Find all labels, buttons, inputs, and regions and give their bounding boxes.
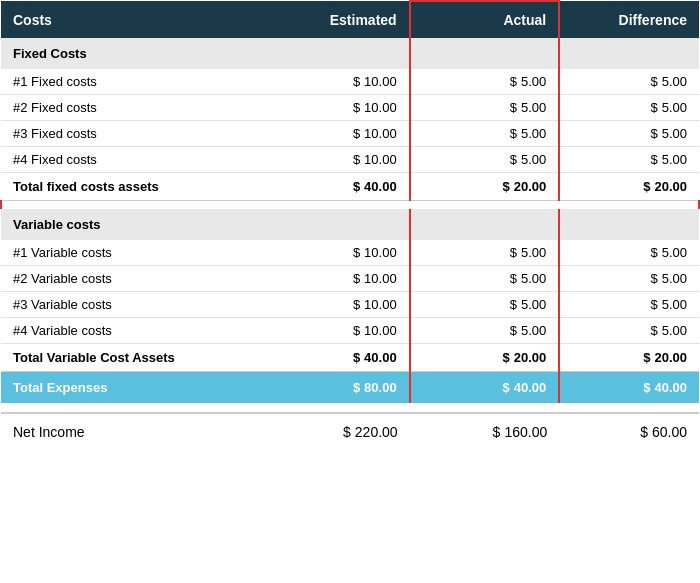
fixed-costs-total-est-val: 40.00 [364,179,397,194]
variable-cost-1-actual: $5.00 [410,240,560,266]
var-total-diff-val: 20.00 [654,350,687,365]
total-exp-est-sign: $ [353,380,364,395]
fixed-costs-diff-blank [559,38,699,69]
net-income-actual: $160.00 [410,413,560,450]
variable-costs-total-actual: $20.00 [410,343,560,371]
variable-cost-row-4: #4 Variable costs $10.00 $5.00 $5.00 [1,317,699,343]
fixed-cost-1-est-sign: $ [353,74,364,89]
var-cost-1-diff-val: 5.00 [662,245,687,260]
net-income-row: Net Income $220.00 $160.00 $60.00 [1,413,699,450]
fixed-costs-total-estimated: $40.00 [280,173,410,201]
var-cost-3-act-sign: $ [510,297,521,312]
fixed-costs-total-act-val: 20.00 [514,179,547,194]
fixed-cost-4-est-val: 10.00 [364,152,397,167]
variable-costs-label: Variable costs [1,209,280,240]
fixed-cost-3-label: #3 Fixed costs [1,121,280,147]
header-difference: Difference [559,1,699,38]
variable-costs-section-header: Variable costs [1,209,699,240]
var-cost-1-est-val: 10.00 [364,245,397,260]
var-cost-3-diff-val: 5.00 [662,297,687,312]
fixed-cost-1-diff: $5.00 [559,69,699,95]
var-cost-3-act-val: 5.00 [521,297,546,312]
fixed-cost-4-estimated: $10.00 [280,147,410,173]
variable-costs-total-label: Total Variable Cost Assets [1,343,280,371]
variable-cost-2-estimated: $10.00 [280,265,410,291]
fixed-cost-1-act-sign: $ [510,74,521,89]
fixed-cost-3-diff-sign: $ [650,126,661,141]
var-cost-3-est-val: 10.00 [364,297,397,312]
var-cost-1-diff-sign: $ [650,245,661,260]
fixed-cost-4-act-sign: $ [510,152,521,167]
fixed-costs-total-actual: $20.00 [410,173,560,201]
fixed-cost-3-diff-val: 5.00 [662,126,687,141]
var-total-diff-sign: $ [643,350,654,365]
var-cost-1-est-sign: $ [353,245,364,260]
var-cost-1-act-sign: $ [510,245,521,260]
var-total-act-val: 20.00 [514,350,547,365]
fixed-cost-2-diff-sign: $ [650,100,661,115]
spacer-2 [1,403,699,413]
var-cost-4-est-val: 10.00 [364,323,397,338]
spacer-1 [1,201,699,209]
fixed-cost-1-actual: $5.00 [410,69,560,95]
fixed-cost-2-estimated: $10.00 [280,95,410,121]
var-total-act-sign: $ [502,350,513,365]
fixed-cost-4-est-sign: $ [353,152,364,167]
total-expenses-row: Total Expenses $80.00 $40.00 $40.00 [1,371,699,403]
fixed-cost-row-4: #4 Fixed costs $10.00 $5.00 $5.00 [1,147,699,173]
fixed-cost-4-label: #4 Fixed costs [1,147,280,173]
variable-cost-1-estimated: $10.00 [280,240,410,266]
variable-cost-2-label: #2 Variable costs [1,265,280,291]
net-inc-act-val: 160.00 [504,424,547,440]
fixed-costs-total-diff-val: 20.00 [654,179,687,194]
fixed-costs-total-label: Total fixed costs assets [1,173,280,201]
total-expenses-actual: $40.00 [410,371,560,403]
fixed-costs-estimated-blank [280,38,410,69]
fixed-cost-3-act-val: 5.00 [521,126,546,141]
fixed-cost-3-est-val: 10.00 [364,126,397,141]
var-cost-2-est-sign: $ [353,271,364,286]
fixed-costs-total-act-sign: $ [502,179,513,194]
net-inc-est-val: 220.00 [355,424,398,440]
net-income-label: Net Income [1,413,280,450]
spacer-1-cell [1,201,699,209]
var-total-est-sign: $ [353,350,364,365]
fixed-cost-2-diff: $5.00 [559,95,699,121]
header-estimated: Estimated [280,1,410,38]
var-cost-4-diff-sign: $ [650,323,661,338]
variable-cost-4-actual: $5.00 [410,317,560,343]
net-inc-act-sign: $ [493,424,505,440]
total-exp-diff-val: 40.00 [654,380,687,395]
var-cost-3-diff-sign: $ [650,297,661,312]
fixed-cost-1-est-val: 10.00 [364,74,397,89]
var-cost-2-est-val: 10.00 [364,271,397,286]
variable-cost-3-label: #3 Variable costs [1,291,280,317]
variable-cost-4-label: #4 Variable costs [1,317,280,343]
variable-cost-row-2: #2 Variable costs $10.00 $5.00 $5.00 [1,265,699,291]
fixed-costs-section-header: Fixed Costs [1,38,699,69]
total-exp-est-val: 80.00 [364,380,397,395]
net-inc-est-sign: $ [343,424,355,440]
fixed-cost-4-diff: $5.00 [559,147,699,173]
variable-cost-row-3: #3 Variable costs $10.00 $5.00 $5.00 [1,291,699,317]
total-expenses-diff: $40.00 [559,371,699,403]
fixed-costs-actual-blank [410,38,560,69]
total-exp-act-val: 40.00 [514,380,547,395]
variable-costs-actual-blank [410,209,560,240]
variable-costs-total-diff: $20.00 [559,343,699,371]
variable-cost-3-estimated: $10.00 [280,291,410,317]
fixed-cost-2-est-sign: $ [353,100,364,115]
var-cost-4-diff-val: 5.00 [662,323,687,338]
variable-cost-4-estimated: $10.00 [280,317,410,343]
variable-cost-2-diff: $5.00 [559,265,699,291]
fixed-cost-1-diff-val: 5.00 [662,74,687,89]
fixed-costs-total-row: Total fixed costs assets $40.00 $20.00 $… [1,173,699,201]
header-costs: Costs [1,1,280,38]
variable-costs-total-row: Total Variable Cost Assets $40.00 $20.00… [1,343,699,371]
fixed-cost-3-estimated: $10.00 [280,121,410,147]
fixed-cost-1-estimated: $10.00 [280,69,410,95]
fixed-cost-3-act-sign: $ [510,126,521,141]
fixed-cost-2-est-val: 10.00 [364,100,397,115]
net-income-estimated: $220.00 [280,413,410,450]
fixed-costs-total-diff-sign: $ [643,179,654,194]
